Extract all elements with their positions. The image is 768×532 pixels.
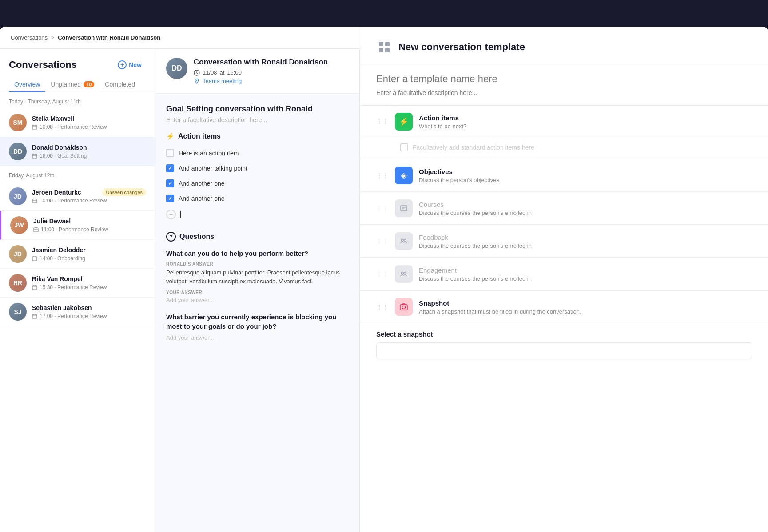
template-item-objectives: ⋮⋮ ◈ Objectives Discuss the person's obj… xyxy=(360,159,768,192)
drag-handle-engagement[interactable]: ⋮⋮ xyxy=(376,270,389,278)
courses-name: Courses xyxy=(419,201,752,208)
calendar-icon-donald xyxy=(32,153,37,159)
action-item-2[interactable]: And another talking point xyxy=(166,161,349,176)
clock-icon xyxy=(194,70,200,76)
avatar-sebastien: SJ xyxy=(9,303,27,321)
drag-handle-objectives[interactable]: ⋮⋮ xyxy=(376,172,389,179)
conv-meta-jeroen: 10:00 · Performance Review xyxy=(32,198,146,204)
questions-section: ? Questions What can you do to help you … xyxy=(166,232,349,341)
conv-content: Goal Setting conversation with Ronald En… xyxy=(155,94,359,361)
tab-completed[interactable]: Completed xyxy=(99,77,140,92)
conv-desc: Enter a facultative description here... xyxy=(166,116,349,123)
svg-rect-33 xyxy=(385,42,390,46)
checkbox-3[interactable] xyxy=(166,179,174,187)
snapshot-select[interactable] xyxy=(376,342,752,359)
checkbox-1[interactable] xyxy=(166,149,174,157)
feedback-name: Feedback xyxy=(419,234,752,241)
calendar-icon-jeroen xyxy=(32,198,37,203)
conv-info-julie: Julie Dewael 11:00 · Performance Review xyxy=(33,218,146,233)
avatar-rika: RR xyxy=(9,274,27,292)
conv-header: DD Conversation with Ronald Donaldson 11… xyxy=(155,49,359,94)
conv-name-julie: Julie Dewael xyxy=(33,218,146,225)
snapshot-select-label: Select a snapshot xyxy=(376,330,752,338)
feedback-info: Feedback Discuss the courses the person'… xyxy=(419,234,752,249)
conv-meta-sebastien: 17:00 · Performance Review xyxy=(32,313,146,319)
engagement-desc: Discuss the courses the person's enrolle… xyxy=(419,275,752,282)
action-item-3-text: And another one xyxy=(179,180,225,187)
conv-meta-rika: 15:30 · Performance Review xyxy=(32,284,146,290)
checkbox-2[interactable] xyxy=(166,164,174,172)
avatar-jasmien: JD xyxy=(9,245,27,263)
svg-point-31 xyxy=(196,79,197,80)
tab-unplanned-label: Unplanned xyxy=(51,81,81,88)
action-items-icon: ⚡ xyxy=(395,113,413,131)
action-item-1[interactable]: Here is an action item xyxy=(166,146,349,161)
question-item-1: What can you do to help you perform bett… xyxy=(166,249,349,303)
snapshot-desc: Attach a snapshot that must be filled in… xyxy=(419,308,752,315)
main-container: Conversations > Conversation with Ronald… xyxy=(0,27,768,532)
conversation-item-stella[interactable]: SM Stella Maxwell 10:00 · Performance Re… xyxy=(0,108,155,137)
questions-title: ? Questions xyxy=(166,232,349,242)
calendar-icon-julie xyxy=(33,227,39,232)
your-answer-placeholder-1[interactable]: Add your answer... xyxy=(166,297,349,303)
questions-label: Questions xyxy=(179,233,214,241)
objectives-desc: Discuss the person's objectives xyxy=(419,177,752,183)
conversation-item-donald[interactable]: DD Donald Donaldson 16:00 · Goal Setting xyxy=(0,137,155,166)
drag-handle-courses[interactable]: ⋮⋮ xyxy=(376,205,389,212)
action-items-label: Action items xyxy=(178,132,221,140)
your-answer-placeholder-2[interactable]: Add your answer... xyxy=(166,334,349,341)
std-action-checkbox[interactable] xyxy=(400,143,408,151)
conv-name-rika: Rika Van Rompel xyxy=(32,275,146,282)
template-name-input[interactable] xyxy=(360,64,768,87)
conversation-item-jasmien[interactable]: JD Jasmien Delodder 14:00 · Onboarding xyxy=(0,240,155,269)
checkbox-4[interactable] xyxy=(166,195,174,202)
svg-rect-0 xyxy=(32,125,37,129)
svg-rect-20 xyxy=(32,286,37,290)
snapshot-name: Snapshot xyxy=(419,299,752,307)
calendar-icon xyxy=(32,124,37,130)
drag-handle-action-items[interactable]: ⋮⋮ xyxy=(376,118,389,125)
tab-overview-label: Overview xyxy=(14,81,40,88)
conv-meta-donald: 16:00 · Goal Setting xyxy=(32,153,146,159)
action-item-4[interactable]: And another one xyxy=(166,191,349,206)
unplanned-badge: 10 xyxy=(84,81,94,87)
drag-handle-snapshot[interactable]: ⋮⋮ xyxy=(376,303,389,310)
conversation-item-julie[interactable]: JW Julie Dewael 11:00 · Performance Revi… xyxy=(0,211,155,240)
svg-rect-12 xyxy=(34,228,38,232)
svg-point-39 xyxy=(402,239,404,242)
snapshot-section: Select a snapshot xyxy=(360,323,768,368)
template-item-engagement: ⋮⋮ Engagement Discuss the courses the pe… xyxy=(360,258,768,290)
conv-meta-jasmien: 14:00 · Onboarding xyxy=(32,255,146,262)
std-action-placeholder[interactable]: Facultatively add standard action items … xyxy=(413,144,534,151)
conv-date: 11/08 xyxy=(203,69,217,76)
action-items-title: ⚡ Action items xyxy=(166,132,349,140)
action-item-3[interactable]: And another one xyxy=(166,176,349,191)
new-button[interactable]: + New xyxy=(113,58,146,72)
date-group-1-label: Today - Thursday, August 11th xyxy=(0,92,155,108)
conversation-item-sebastien[interactable]: SJ Sebastien Jakobsen 17:00 · Performanc… xyxy=(0,298,155,326)
conversations-title: Conversations xyxy=(9,59,77,71)
tab-completed-label: Completed xyxy=(105,81,135,88)
conversation-item-jeroen[interactable]: JD Jeroen Denturkc 10:00 · Performance R… xyxy=(0,182,155,211)
svg-rect-24 xyxy=(32,314,37,318)
avatar-jeroen: JD xyxy=(9,187,27,205)
add-item-icon[interactable]: + xyxy=(166,210,176,219)
tab-unplanned[interactable]: Unplanned 10 xyxy=(45,77,99,92)
breadcrumb-parent[interactable]: Conversations xyxy=(11,34,48,41)
conv-header-meta: 11/08 at 16:00 xyxy=(194,69,328,76)
calendar-icon-rika xyxy=(32,285,37,290)
svg-point-41 xyxy=(402,272,404,274)
text-cursor-display xyxy=(180,211,181,218)
calendar-icon-sebastien xyxy=(32,314,37,319)
conversation-item-rika[interactable]: RR Rika Van Rompel 15:30 · Performance R… xyxy=(0,269,155,298)
location-icon xyxy=(194,78,200,84)
svg-point-42 xyxy=(404,272,406,274)
avatar-donald: DD xyxy=(9,143,27,160)
template-desc-input[interactable] xyxy=(360,87,768,105)
svg-rect-8 xyxy=(32,199,37,203)
drag-handle-feedback[interactable]: ⋮⋮ xyxy=(376,238,389,245)
right-panel-header: New conversation template xyxy=(360,27,768,64)
conv-meta-stella: 10:00 · Performance Review xyxy=(32,124,146,130)
breadcrumb: Conversations > Conversation with Ronald… xyxy=(0,27,360,49)
tab-overview[interactable]: Overview xyxy=(9,77,45,92)
